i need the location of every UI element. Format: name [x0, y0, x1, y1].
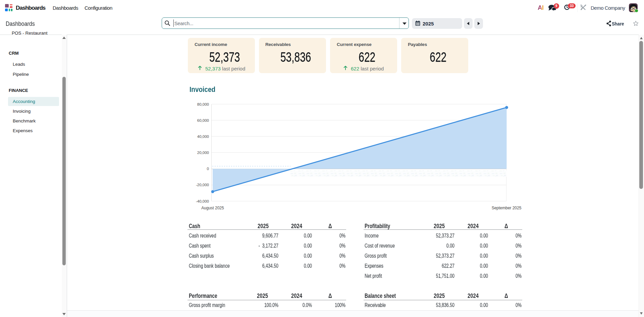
svg-text:-40,000: -40,000	[196, 199, 209, 203]
svg-text:40,000: 40,000	[197, 135, 209, 139]
svg-text:80,000: 80,000	[197, 102, 209, 106]
svg-text:0: 0	[207, 167, 209, 171]
svg-text:August 2025: August 2025	[201, 206, 224, 210]
svg-text:-20,000: -20,000	[196, 183, 209, 187]
svg-text:September 2025: September 2025	[492, 206, 522, 210]
svg-text:60,000: 60,000	[197, 118, 209, 122]
svg-text:20,000: 20,000	[197, 151, 209, 155]
